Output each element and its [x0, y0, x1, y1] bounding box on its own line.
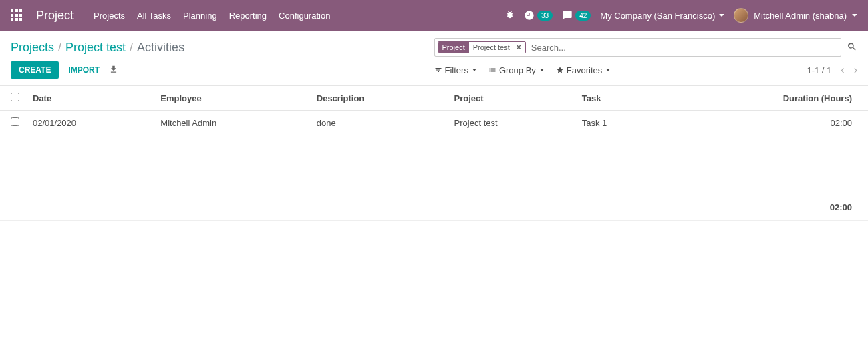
activities-pill[interactable]: 33	[524, 10, 553, 21]
searchbox[interactable]: Project Project test ×	[434, 38, 842, 57]
col-header-project[interactable]: Project	[448, 86, 575, 111]
avatar	[734, 8, 748, 23]
search-facet-label: Project	[438, 42, 469, 53]
col-header-employee[interactable]: Employee	[154, 86, 309, 111]
nav-links: Projects All Tasks Planning Reporting Co…	[94, 11, 330, 21]
search-input[interactable]	[529, 41, 838, 54]
filters-menu[interactable]: Filters	[434, 65, 476, 75]
bug-icon[interactable]	[505, 10, 515, 21]
cell-task: Task 1	[575, 111, 662, 135]
col-header-duration[interactable]: Duration (Hours)	[662, 86, 868, 111]
breadcrumb: Projects / Project test / Activities	[11, 41, 184, 55]
chat-icon	[562, 10, 573, 21]
col-header-task[interactable]: Task	[575, 86, 662, 111]
pager-prev[interactable]: ‹	[841, 64, 844, 76]
select-all-checkbox[interactable]	[11, 93, 19, 101]
col-header-date[interactable]: Date	[26, 86, 154, 111]
activities-count: 33	[537, 11, 553, 21]
company-name: My Company (San Francisco)	[600, 11, 715, 21]
group-by-label: Group By	[499, 65, 536, 75]
filter-bar: Filters Group By Favorites 1-1 / 1	[434, 64, 858, 76]
row-checkbox[interactable]	[11, 117, 19, 126]
breadcrumb-separator: /	[58, 41, 61, 55]
download-icon[interactable]	[109, 65, 118, 76]
messages-pill[interactable]: 42	[562, 10, 591, 21]
nav-right: 33 42 My Company (San Francisco) Mitchel…	[505, 8, 857, 23]
nav-link-projects[interactable]: Projects	[94, 11, 125, 21]
search-facet-value: Project test	[469, 42, 513, 53]
messages-count: 42	[575, 11, 591, 21]
col-header-description[interactable]: Description	[310, 86, 448, 111]
table-row[interactable]: 02/01/2020 Mitchell Admin done Project t…	[0, 111, 868, 135]
toolbar-buttons: CREATE IMPORT	[11, 61, 118, 79]
breadcrumb-current: Activities	[137, 41, 184, 55]
import-button[interactable]: IMPORT	[68, 65, 100, 75]
company-switcher[interactable]: My Company (San Francisco)	[600, 11, 724, 21]
favorites-menu[interactable]: Favorites	[556, 65, 610, 75]
top-navbar: Project Projects All Tasks Planning Repo…	[0, 0, 868, 31]
star-icon	[556, 66, 564, 74]
chevron-down-icon	[852, 14, 857, 17]
cell-duration: 02:00	[662, 111, 868, 135]
chevron-down-icon	[606, 69, 610, 71]
user-menu[interactable]: Mitchell Admin (shabna)	[734, 8, 857, 23]
cell-description: done	[310, 111, 448, 135]
nav-link-planning[interactable]: Planning	[183, 11, 217, 21]
cell-date: 02/01/2020	[26, 111, 154, 135]
create-button[interactable]: CREATE	[11, 61, 59, 79]
nav-link-all-tasks[interactable]: All Tasks	[137, 11, 171, 21]
pager: 1-1 / 1 ‹ ›	[807, 64, 857, 76]
activities-table: Date Employee Description Project Task D…	[0, 86, 868, 221]
chevron-down-icon	[540, 69, 544, 71]
funnel-icon	[434, 66, 442, 74]
pager-text: 1-1 / 1	[807, 65, 831, 75]
filters-label: Filters	[445, 65, 468, 75]
control-panel: Projects / Project test / Activities Pro…	[0, 31, 868, 86]
apps-icon[interactable]	[11, 9, 23, 21]
user-name: Mitchell Admin (shabna)	[754, 11, 847, 21]
searchbox-wrap: Project Project test ×	[434, 38, 858, 57]
breadcrumb-link-projects[interactable]: Projects	[11, 41, 54, 55]
list-view: Date Employee Description Project Task D…	[0, 86, 868, 221]
favorites-label: Favorites	[567, 65, 602, 75]
breadcrumb-separator: /	[130, 41, 133, 55]
clock-icon	[524, 10, 535, 21]
cell-employee: Mitchell Admin	[154, 111, 309, 135]
breadcrumb-link-project-test[interactable]: Project test	[65, 41, 126, 55]
table-footer-row: 02:00	[0, 194, 868, 221]
footer-duration-total: 02:00	[662, 194, 868, 221]
cell-project: Project test	[448, 111, 575, 135]
close-icon[interactable]: ×	[513, 42, 525, 53]
app-brand[interactable]: Project	[36, 9, 74, 23]
group-by-menu[interactable]: Group By	[488, 65, 544, 75]
nav-link-configuration[interactable]: Configuration	[279, 11, 330, 21]
table-header-row: Date Employee Description Project Task D…	[0, 86, 868, 111]
table-spacer	[0, 135, 868, 194]
chevron-down-icon	[472, 69, 476, 71]
list-icon	[488, 66, 496, 74]
nav-link-reporting[interactable]: Reporting	[229, 11, 267, 21]
search-icon[interactable]	[847, 41, 857, 54]
chevron-down-icon	[719, 14, 724, 17]
search-facet-project: Project Project test ×	[438, 41, 526, 53]
pager-next[interactable]: ›	[854, 64, 857, 76]
